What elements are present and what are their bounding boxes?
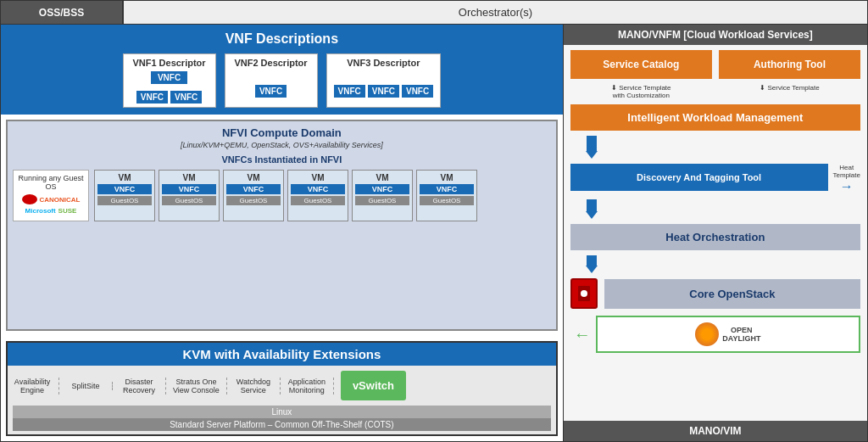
nfvi-content: Running any Guest OS CANONICAL Microsoft… xyxy=(13,170,551,221)
vnf-section: VNF Descriptions VNF1 Descriptor VNFC VN… xyxy=(1,25,563,115)
opendaylight-text: OPEN DAYLIGHT xyxy=(722,326,760,343)
heat-template-area: Heat Template → xyxy=(833,164,860,194)
service-catalog-box: Service Catalog xyxy=(570,50,712,79)
left-arrow-icon: ← xyxy=(574,325,591,344)
vm-box-3: VM VNFC GuestOS xyxy=(223,170,284,221)
svg-point-2 xyxy=(581,290,587,297)
down-arrow-shaft-2 xyxy=(587,199,597,211)
openstack-fire-icon xyxy=(570,278,598,309)
vm-box-6: VM VNFC GuestOS xyxy=(416,170,477,221)
redhat-logo xyxy=(22,194,37,204)
availability-engine: AvailabilityEngine xyxy=(13,378,59,394)
vnf2-descriptor: VNF2 Descriptor VNFC xyxy=(225,53,318,108)
down-arrow-shaft-1 xyxy=(587,136,597,151)
nfvi-subtitle: [Linux/KVM+QEMU, OpenStack, OVS+Availabi… xyxy=(13,141,551,149)
mano-vim-bar: MANO/VIM xyxy=(564,421,867,441)
content-area: VNF Descriptions VNF1 Descriptor VNFC VN… xyxy=(1,25,867,441)
vm-boxes: VM VNFC GuestOS VM VNFC GuestOS VM VNFC xyxy=(94,170,551,221)
nfvi-inner-title: VNFCs Instantiated in NFVI xyxy=(13,154,551,165)
nfvi-title: NFVI Compute Domain xyxy=(13,126,551,139)
nfvi-section: NFVI Compute Domain [Linux/KVM+QEMU, Ope… xyxy=(6,120,558,331)
down-arrow-head-1 xyxy=(586,151,598,159)
service-template-label: ⬇ Service Template xyxy=(760,84,819,92)
microsoft-logo: Microsoft xyxy=(25,207,56,215)
disaster-recovery: DisasterRecovery xyxy=(120,378,166,394)
top-bar: OSS/BSS Orchestrator(s) xyxy=(1,1,867,25)
linux-bar: Linux xyxy=(13,406,551,418)
canonical-logo: CANONICAL xyxy=(40,196,81,204)
watchdog-service: Watchdog Service xyxy=(234,378,281,394)
service-template-custom-label: ⬇ Service Templatewith Customization xyxy=(611,84,670,99)
kvm-title: KVM with Availability Extensions xyxy=(8,343,556,366)
openstack-area: Core OpenStack xyxy=(570,278,860,309)
opendaylight-box: OPEN DAYLIGHT xyxy=(596,316,860,353)
left-panel: VNF Descriptions VNF1 Descriptor VNFC VN… xyxy=(1,25,564,441)
down-arrow-shaft-3 xyxy=(587,255,597,266)
oss-bss-label: OSS/BSS xyxy=(1,1,124,24)
arrow-labels-row: ⬇ Service Templatewith Customization ⬇ S… xyxy=(570,84,860,99)
vnf3-descriptor: VNF3 Descriptor VNFC VNFC VNFC xyxy=(326,53,442,108)
app-monitoring: ApplicationMonitoring xyxy=(287,378,334,394)
vnf-title: VNF Descriptions xyxy=(9,31,554,47)
mano-header: MANO/VNFM [Cloud Workload Services] xyxy=(564,25,867,45)
iwm-box: Intelligent Workload Management xyxy=(570,104,860,131)
right-panel: MANO/VNFM [Cloud Workload Services] Serv… xyxy=(564,25,867,441)
suse-logo: SUSE xyxy=(58,207,77,215)
orchestrator-label: Orchestrator(s) xyxy=(124,1,867,24)
down-arrow-head-3 xyxy=(586,266,598,273)
vnf-descriptors: VNF1 Descriptor VNFC VNFC VNFC VNF2 Desc… xyxy=(9,53,554,108)
guest-os-box: Running any Guest OS CANONICAL Microsoft… xyxy=(13,170,89,221)
discovery-box: Discovery And Tagging Tool xyxy=(570,164,828,191)
vswitch-button[interactable]: vSwitch xyxy=(341,371,406,400)
right-panel-inner: Service Catalog Authoring Tool ⬇ Service… xyxy=(564,45,867,421)
main-container: OSS/BSS Orchestrator(s) VNF Descriptions… xyxy=(0,0,868,442)
top-boxes-row: Service Catalog Authoring Tool xyxy=(570,50,860,79)
vm-box-5: VM VNFC GuestOS xyxy=(352,170,413,221)
kvm-section: KVM with Availability Extensions Availab… xyxy=(6,341,558,436)
vm-box-1: VM VNFC GuestOS xyxy=(94,170,155,221)
heat-orch-box: Heat Orchestration xyxy=(570,224,860,250)
discovery-area: Discovery And Tagging Tool Heat Template… xyxy=(570,164,860,194)
stratus-view: Stratus OneView Console xyxy=(173,378,227,394)
splitsite: SplitSite xyxy=(66,382,113,390)
vm-box-2: VM VNFC GuestOS xyxy=(159,170,220,221)
vm-box-4: VM VNFC GuestOS xyxy=(287,170,348,221)
kvm-components: AvailabilityEngine SplitSite DisasterRec… xyxy=(8,366,556,406)
authoring-tool-box: Authoring Tool xyxy=(719,50,860,79)
cots-bar: Standard Server Platform – Common Off-Th… xyxy=(13,418,551,431)
down-arrow-head-2 xyxy=(586,211,598,219)
vnf1-descriptor: VNF1 Descriptor VNFC VNFC VNFC xyxy=(123,53,216,108)
opendaylight-logo xyxy=(695,322,719,346)
core-openstack-box: Core OpenStack xyxy=(604,279,860,309)
